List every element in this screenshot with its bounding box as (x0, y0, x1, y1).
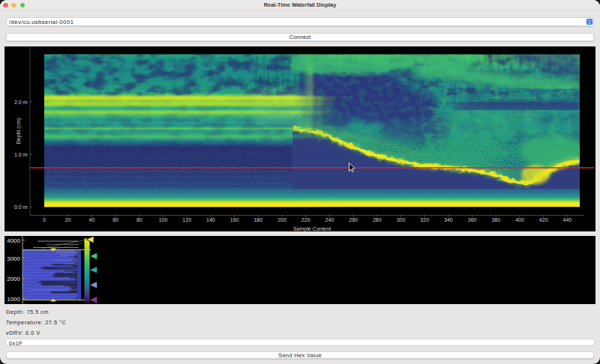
svg-text:4000: 4000 (7, 237, 20, 244)
svg-text:380: 380 (491, 217, 500, 222)
svg-text:120: 120 (182, 217, 191, 222)
svg-text:3000: 3000 (7, 255, 20, 262)
svg-text:1.0 m: 1.0 m (14, 152, 28, 157)
svg-text:60: 60 (112, 217, 118, 222)
svg-text:140: 140 (206, 217, 215, 222)
svg-text:220: 220 (302, 217, 310, 222)
svg-text:160: 160 (230, 217, 239, 222)
svg-text:180: 180 (254, 217, 262, 222)
svg-text:80: 80 (136, 217, 142, 222)
svg-text:1000: 1000 (7, 296, 20, 303)
svg-text:0.0 m: 0.0 m (14, 204, 28, 210)
svg-text:260: 260 (349, 217, 358, 222)
svg-text:200: 200 (278, 217, 286, 222)
svg-text:2.0 m: 2.0 m (14, 100, 28, 105)
svg-text:360: 360 (468, 217, 477, 222)
svg-text:40: 40 (89, 217, 95, 222)
svg-text:Depth (cm): Depth (cm) (16, 118, 22, 145)
svg-text:20: 20 (65, 217, 71, 222)
svg-text:300: 300 (397, 217, 406, 222)
svg-text:400: 400 (515, 217, 524, 222)
svg-text:Sample Content: Sample Content (293, 226, 331, 231)
svg-text:100: 100 (159, 217, 168, 222)
svg-text:240: 240 (326, 217, 334, 222)
svg-text:420: 420 (539, 217, 548, 222)
svg-text:320: 320 (420, 217, 429, 222)
svg-text:280: 280 (373, 217, 382, 222)
svg-text:440: 440 (563, 217, 572, 222)
svg-text:0: 0 (43, 217, 46, 222)
svg-text:2000: 2000 (7, 276, 20, 282)
svg-text:340: 340 (444, 217, 453, 222)
